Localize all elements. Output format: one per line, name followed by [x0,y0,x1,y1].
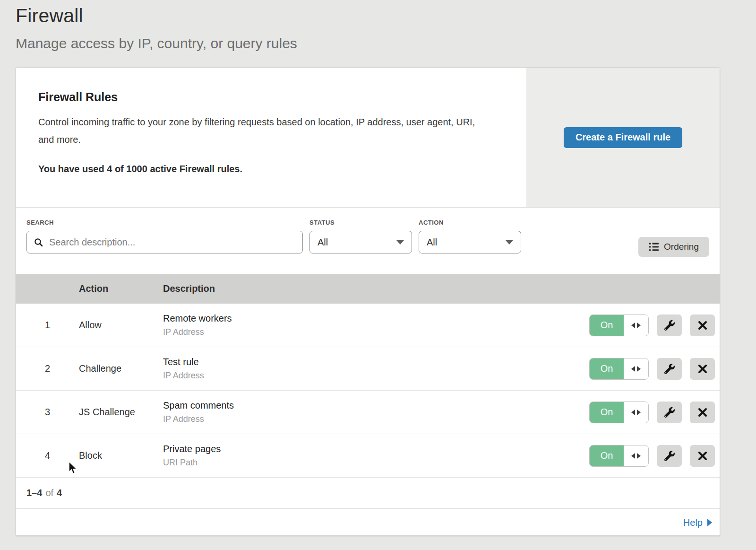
rule-action: Block [79,450,163,461]
toggle-handle[interactable] [624,445,648,466]
section-description: Control incoming traffic to your zone by… [38,113,487,148]
toggle-handle[interactable] [624,358,648,379]
rule-match-type: IP Address [163,371,589,381]
toggle-handle[interactable] [624,402,648,423]
card-header-text: Firewall Rules Control incoming traffic … [16,68,526,207]
rule-priority: 4 [16,450,79,461]
delete-rule-button[interactable] [690,358,715,380]
status-select-value: All [318,237,328,248]
section-heading: Firewall Rules [38,90,498,104]
action-label: ACTION [419,219,521,226]
list-icon [649,243,659,251]
table-row: 3 JS Challenge Spam comments IP Address … [16,391,720,434]
arrow-right-icon [637,323,641,328]
rule-enabled-toggle[interactable]: On [589,358,649,380]
table-header: Action Description [16,274,720,304]
search-label: SEARCH [26,219,303,226]
rule-description-cell: Test rule IP Address [163,357,589,381]
create-firewall-rule-button[interactable]: Create a Firewall rule [564,127,682,148]
toggle-on-label: On [590,358,624,379]
arrow-left-icon [631,410,635,415]
help-link-label: Help [683,517,703,528]
configure-rule-button[interactable] [657,358,682,380]
pagination-bar: 1–4 of 4 [16,478,720,509]
delete-rule-button[interactable] [690,445,715,467]
rule-action: Challenge [79,363,163,374]
rule-enabled-toggle[interactable]: On [589,445,649,467]
rule-action: Allow [79,320,163,331]
help-link[interactable]: Help [683,517,712,528]
pagination-of: of [45,488,53,498]
table-row: 2 Challenge Test rule IP Address On [16,347,720,391]
rule-controls: On [589,358,720,380]
arrow-left-icon [631,323,635,328]
search-input[interactable] [48,236,295,248]
rule-enabled-toggle[interactable]: On [589,402,649,423]
rule-enabled-toggle[interactable]: On [589,314,649,336]
usage-summary: You have used 4 of 1000 active Firewall … [38,164,498,175]
page-subtitle: Manage access by IP, country, or query r… [16,35,756,52]
rule-priority: 1 [16,320,79,331]
close-icon [698,408,707,417]
search-box[interactable] [26,231,303,253]
rule-controls: On [589,445,720,467]
wrench-icon [664,407,675,418]
rule-description: Private pages [163,444,589,454]
arrow-right-icon [637,366,641,372]
table-row: 4 Block Private pages URI Path On [16,434,720,478]
rule-description-cell: Private pages URI Path [163,444,589,468]
toggle-on-label: On [590,445,624,466]
delete-rule-button[interactable] [690,314,715,336]
pagination-range: 1–4 [26,488,42,498]
delete-rule-button[interactable] [690,402,715,423]
column-description: Description [163,283,720,294]
filter-bar: SEARCH STATUS All ACTION All [16,208,720,274]
search-icon [34,238,43,247]
arrow-left-icon [631,366,635,372]
card-header-side-panel: Create a Firewall rule [526,68,720,207]
close-icon [698,364,707,374]
action-select[interactable]: All [419,231,521,253]
rule-description-cell: Spam comments IP Address [163,400,589,424]
chevron-down-icon [396,240,404,244]
page-header: Firewall Manage access by IP, country, o… [0,0,756,52]
pagination-total: 4 [57,488,62,498]
rule-description-cell: Remote workers IP Address [163,313,589,337]
ordering-button[interactable]: Ordering [638,237,709,257]
wrench-icon [664,320,675,331]
arrow-left-icon [631,453,635,459]
wrench-icon [664,364,675,374]
card-header: Firewall Rules Control incoming traffic … [16,68,720,208]
column-action: Action [79,283,163,294]
arrow-right-icon [637,453,641,459]
configure-rule-button[interactable] [657,445,682,467]
search-filter-group: SEARCH [26,208,303,274]
configure-rule-button[interactable] [657,314,682,336]
toggle-handle[interactable] [624,315,648,336]
page-title: Firewall [16,4,756,27]
arrow-right-icon [637,410,641,415]
table-row: 1 Allow Remote workers IP Address On [16,304,720,347]
action-select-value: All [427,237,437,248]
card-footer: Help [16,509,720,536]
rule-description: Remote workers [163,313,589,324]
configure-rule-button[interactable] [657,402,682,423]
right-triangle-icon [707,519,712,526]
close-icon [698,321,707,330]
wrench-icon [664,451,675,461]
ordering-button-label: Ordering [664,242,699,252]
status-filter-group: STATUS All [309,208,412,274]
toggle-on-label: On [590,402,624,423]
status-select[interactable]: All [309,231,412,253]
toggle-on-label: On [590,315,624,336]
rule-match-type: IP Address [163,327,589,337]
firewall-rules-card: Firewall Rules Control incoming traffic … [16,67,720,536]
rule-priority: 2 [16,363,79,374]
rule-description: Test rule [163,357,589,367]
rule-description: Spam comments [163,400,589,411]
rule-controls: On [589,314,720,336]
rule-match-type: URI Path [163,458,589,468]
rule-match-type: IP Address [163,414,589,424]
rule-controls: On [589,402,720,423]
action-filter-group: ACTION All [419,208,521,274]
